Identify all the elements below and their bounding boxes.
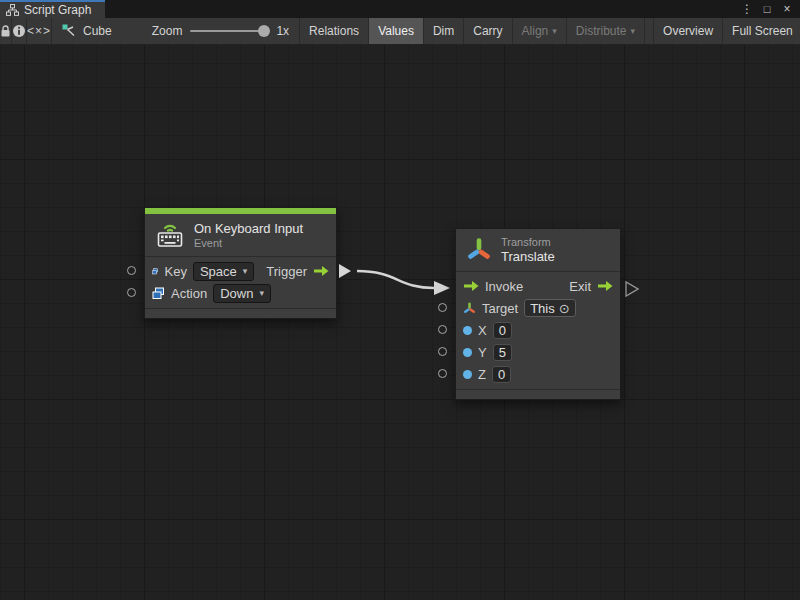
maximize-icon[interactable]: □ (759, 1, 775, 17)
relations-button[interactable]: Relations (300, 18, 369, 44)
action-input-port[interactable] (127, 288, 136, 297)
chevron-down-icon: ▾ (243, 267, 248, 276)
code-preview-button[interactable]: <×> (27, 18, 52, 44)
trigger-output-port[interactable] (339, 264, 351, 278)
object-picker-icon[interactable]: ⊙ (559, 301, 570, 316)
toolbar-buttons: Relations Values Dim Carry Align▾ Distri… (300, 18, 800, 44)
float-port-icon (463, 326, 472, 335)
values-button[interactable]: Values (369, 18, 424, 44)
literal-value-icon (152, 287, 165, 300)
action-dropdown-value: Down (220, 286, 253, 301)
node-header[interactable]: Transform Translate (456, 229, 620, 272)
button-label: Relations (309, 24, 359, 38)
fullscreen-button[interactable]: Full Screen (723, 18, 800, 44)
button-label: Distribute (576, 24, 627, 38)
keyboard-event-icon (155, 222, 185, 248)
flow-arrow-icon (313, 265, 329, 277)
node-transform-translate[interactable]: Transform Translate Invoke Exit (455, 228, 621, 400)
float-port-icon (463, 348, 472, 357)
button-label: Full Screen (732, 24, 793, 38)
info-icon (12, 24, 26, 38)
tab-script-graph[interactable]: Script Graph (0, 0, 105, 18)
wire-arrowhead-icon (434, 281, 450, 295)
target-input-port[interactable] (438, 303, 447, 312)
graph-canvas[interactable]: On Keyboard Input Event Key Space ▾ (0, 45, 800, 600)
key-dropdown[interactable]: Space ▾ (193, 262, 254, 281)
button-label: Values (378, 24, 414, 38)
align-button[interactable]: Align▾ (513, 18, 567, 44)
zoom-slider[interactable] (190, 30, 268, 32)
overview-button[interactable]: Overview (653, 18, 723, 44)
button-label: Carry (473, 24, 502, 38)
code-icon: <×> (27, 24, 51, 38)
lock-icon (0, 25, 11, 38)
flow-arrow-icon (597, 280, 613, 292)
port-row-z: Z 0 (456, 363, 620, 385)
chevron-down-icon: ▾ (631, 27, 636, 36)
exit-label: Exit (569, 279, 591, 294)
graph-context: Cube Zoom 1x (52, 18, 300, 44)
target-object-value: This (530, 301, 555, 316)
x-input-port[interactable] (438, 325, 447, 334)
transform-icon (466, 237, 492, 263)
chevron-down-icon: ▾ (259, 289, 264, 298)
exit-output-port[interactable] (626, 282, 638, 296)
lock-button[interactable] (0, 18, 12, 44)
invoke-label: Invoke (485, 279, 523, 294)
script-graph-asset-icon (62, 24, 77, 38)
node-on-keyboard-input[interactable]: On Keyboard Input Event Key Space ▾ (144, 207, 337, 319)
target-object-label[interactable]: Cube (83, 24, 112, 38)
button-label: Align (522, 24, 549, 38)
dim-button[interactable]: Dim (424, 18, 464, 44)
node-footer (456, 389, 620, 399)
node-subtitle: Event (194, 237, 303, 249)
key-dropdown-value: Space (200, 264, 237, 279)
port-row-invoke: Invoke Exit (456, 275, 620, 297)
button-label: Dim (433, 24, 454, 38)
node-title: Translate (501, 249, 555, 264)
carry-button[interactable]: Carry (464, 18, 512, 44)
node-category: Transform (501, 236, 555, 248)
action-dropdown[interactable]: Down ▾ (213, 284, 271, 303)
z-value-field[interactable]: 0 (492, 366, 511, 383)
tab-bar: Script Graph ⋮ □ × (0, 0, 800, 18)
z-label: Z (478, 367, 486, 382)
x-label: X (478, 323, 487, 338)
port-row-action: Action Down ▾ (145, 282, 336, 304)
node-title: On Keyboard Input (194, 221, 303, 236)
port-row-x: X 0 (456, 319, 620, 341)
graph-hierarchy-icon (6, 4, 19, 16)
chevron-down-icon: ▾ (552, 27, 557, 36)
y-label: Y (478, 345, 487, 360)
zoom-value: 1x (276, 24, 289, 38)
script-graph-window: Script Graph ⋮ □ × <×> (0, 0, 800, 600)
button-label: Overview (663, 24, 713, 38)
window-controls: ⋮ □ × (739, 0, 800, 18)
y-value-field[interactable]: 5 (493, 344, 512, 361)
port-row-target: Target This ⊙ (456, 297, 620, 319)
key-input-port[interactable] (127, 266, 136, 275)
trigger-invoke-wire[interactable] (357, 271, 434, 288)
z-input-port[interactable] (438, 369, 447, 378)
info-button[interactable] (12, 18, 27, 44)
node-body: Key Space ▾ Trigger (145, 257, 336, 308)
action-label: Action (171, 286, 207, 301)
key-label: Key (164, 264, 186, 279)
port-row-key: Key Space ▾ Trigger (145, 260, 336, 282)
trigger-label: Trigger (266, 264, 307, 279)
zoom-control: Zoom 1x (152, 24, 289, 38)
menu-kebab-icon[interactable]: ⋮ (739, 1, 755, 17)
transform-mini-icon (463, 302, 476, 315)
flow-arrow-icon (463, 280, 479, 292)
target-object-field[interactable]: This ⊙ (524, 299, 575, 317)
float-port-icon (463, 370, 472, 379)
x-value-field[interactable]: 0 (493, 322, 512, 339)
close-icon[interactable]: × (779, 1, 795, 17)
wire-layer (0, 45, 800, 600)
target-label: Target (482, 301, 518, 316)
zoom-slider-handle[interactable] (258, 25, 270, 37)
node-header[interactable]: On Keyboard Input Event (145, 214, 336, 257)
node-body: Invoke Exit Target (456, 272, 620, 389)
y-input-port[interactable] (438, 347, 447, 356)
distribute-button[interactable]: Distribute▾ (567, 18, 645, 44)
